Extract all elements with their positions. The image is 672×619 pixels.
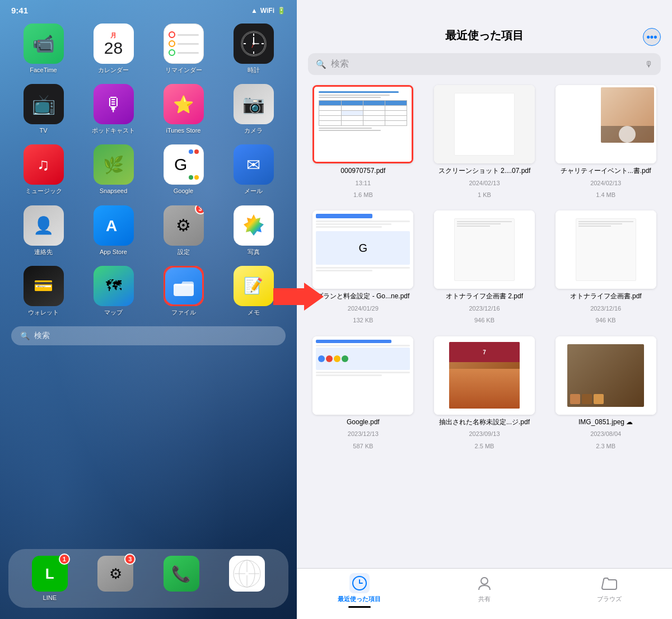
file-meta-5: 2023/12/16 bbox=[469, 304, 500, 313]
app-label-camera: カメラ bbox=[244, 127, 263, 134]
app-google[interactable]: G Google bbox=[151, 144, 216, 195]
status-time: 9:41 bbox=[11, 6, 28, 15]
svg-marker-20 bbox=[273, 283, 324, 311]
file-item-2[interactable]: スクリーンショット 2....07.pdf 2024/02/13 1 KB bbox=[430, 85, 540, 199]
settings-badge: 3 bbox=[195, 205, 204, 214]
files-menu-button[interactable]: ••• bbox=[643, 28, 661, 46]
file-thumb-3 bbox=[556, 85, 656, 163]
files-header: 最近使った項目 ••• bbox=[297, 0, 672, 49]
app-label-appstore: App Store bbox=[100, 248, 127, 256]
search-placeholder: 検索 bbox=[331, 58, 349, 70]
file-meta-7: 2023/12/13 bbox=[348, 430, 379, 438]
dock-line[interactable]: L 1 LINE bbox=[32, 556, 68, 601]
file-size-9: 2.3 MB bbox=[596, 442, 615, 451]
app-label-files: ファイル bbox=[171, 309, 196, 316]
file-item-3[interactable]: チャリティーイベント...書.pdf 2024/02/13 1.4 MB bbox=[550, 85, 661, 199]
tab-browse-label: ブラウズ bbox=[597, 595, 622, 603]
app-facetime[interactable]: 📹 FaceTime bbox=[11, 24, 76, 74]
file-meta-2: 2024/02/13 bbox=[469, 179, 500, 187]
file-meta-3: 2024/02/13 bbox=[590, 179, 621, 187]
file-thumb-4: G bbox=[312, 210, 413, 289]
tab-shared[interactable]: 共有 bbox=[462, 573, 507, 608]
calendar-day: 28 bbox=[104, 40, 123, 57]
recents-icon bbox=[349, 573, 370, 593]
app-label-clock: 時計 bbox=[248, 67, 260, 74]
file-meta-8: 2023/09/13 bbox=[469, 430, 500, 438]
file-item-6[interactable]: オトナライフ企画書.pdf 2023/12/16 946 KB bbox=[550, 210, 661, 325]
tab-recents-label: 最近使った項目 bbox=[338, 595, 381, 603]
dock-settings[interactable]: ⚙ 3 bbox=[97, 556, 133, 601]
svg-text:A: A bbox=[106, 217, 117, 235]
file-item-7[interactable]: Google.pdf 2023/12/13 587 KB bbox=[308, 336, 418, 451]
app-calendar[interactable]: 月 28 カレンダー bbox=[81, 24, 146, 74]
app-clock[interactable]: 時計 bbox=[221, 24, 286, 74]
file-size-5: 946 KB bbox=[474, 316, 494, 325]
app-maps[interactable]: 🗺 マップ bbox=[81, 266, 146, 316]
file-item-1[interactable]: 000970757.pdf 13:11 1.6 MB bbox=[308, 85, 418, 199]
svg-point-9 bbox=[253, 43, 255, 45]
app-label-calendar: カレンダー bbox=[98, 67, 129, 74]
app-tv[interactable]: 📺 TV bbox=[11, 84, 76, 134]
iphone-home-screen: 9:41 ▲WiFi🔋 📹 FaceTime 月 28 カレンダー bbox=[0, 0, 297, 619]
app-label-snapseed: Snapseed bbox=[100, 187, 128, 195]
dock-settings-badge: 3 bbox=[124, 554, 136, 565]
file-size-1: 1.6 MB bbox=[353, 191, 373, 199]
line-badge: 1 bbox=[59, 554, 70, 565]
dock-safari[interactable] bbox=[229, 556, 265, 601]
file-item-4[interactable]: G プランと料金設定 - Go...ne.pdf 2024/01/29 132 … bbox=[308, 210, 418, 325]
file-size-8: 2.5 MB bbox=[475, 442, 494, 451]
app-music[interactable]: ♫ ミュージック bbox=[11, 144, 76, 195]
app-files[interactable]: ファイル bbox=[151, 266, 216, 316]
file-meta-9: 2023/08/04 bbox=[590, 430, 621, 438]
browse-icon bbox=[599, 573, 619, 593]
file-thumb-1 bbox=[312, 85, 413, 163]
file-item-5[interactable]: オトナライフ企画書 2.pdf 2023/12/16 946 KB bbox=[430, 210, 540, 325]
file-thumb-7 bbox=[312, 336, 413, 415]
file-item-8[interactable]: 7 抽出された名称未設定...ジ.pdf 2023/09/13 2.5 MB bbox=[430, 336, 540, 451]
file-name-6: オトナライフ企画書.pdf bbox=[570, 292, 642, 301]
file-size-3: 1.4 MB bbox=[596, 191, 615, 199]
file-size-6: 946 KB bbox=[596, 316, 616, 325]
file-meta-4: 2024/01/29 bbox=[348, 304, 379, 313]
file-name-2: スクリーンショット 2....07.pdf bbox=[438, 167, 531, 176]
app-photos[interactable]: 写真 bbox=[221, 205, 286, 256]
home-search-bar[interactable]: 🔍 検索 bbox=[11, 326, 286, 345]
app-label-podcasts: ポッドキャスト bbox=[92, 127, 135, 134]
search-magnify-icon: 🔍 bbox=[316, 59, 326, 69]
app-label-notes: メモ bbox=[248, 309, 260, 316]
app-camera[interactable]: 📷 カメラ bbox=[221, 84, 286, 134]
app-contacts[interactable]: 👤 連絡先 bbox=[11, 205, 76, 256]
app-grid: 📹 FaceTime 月 28 カレンダー bbox=[0, 18, 297, 322]
app-itunes[interactable]: ⭐ iTunes Store bbox=[151, 84, 216, 134]
svg-text:G: G bbox=[174, 155, 187, 173]
app-label-maps: マップ bbox=[104, 309, 123, 316]
files-search-bar[interactable]: 🔍 検索 🎙 bbox=[308, 53, 661, 75]
tab-active-indicator bbox=[348, 606, 371, 608]
file-thumb-6 bbox=[556, 210, 656, 289]
svg-point-24 bbox=[481, 578, 488, 584]
app-label-wallet: ウォレット bbox=[28, 309, 59, 316]
file-name-8: 抽出された名称未設定...ジ.pdf bbox=[439, 418, 530, 427]
tab-recents[interactable]: 最近使った項目 bbox=[337, 573, 382, 608]
app-appstore[interactable]: A App Store bbox=[81, 205, 146, 256]
app-settings[interactable]: ⚙ 3 設定 bbox=[151, 205, 216, 256]
app-mail[interactable]: ✉ メール bbox=[221, 144, 286, 195]
dock-phone[interactable]: 📞 bbox=[164, 556, 199, 601]
app-reminders[interactable]: リマインダー bbox=[151, 24, 216, 74]
app-podcasts[interactable]: 🎙 ポッドキャスト bbox=[81, 84, 146, 134]
app-label-tv: TV bbox=[39, 127, 47, 134]
file-item-9[interactable]: IMG_0851.jpeg ☁ 2023/08/04 2.3 MB bbox=[550, 336, 661, 451]
file-thumb-9 bbox=[556, 336, 656, 415]
files-tabbar: 最近使った項目 共有 ブラウズ bbox=[297, 568, 672, 619]
app-wallet[interactable]: 💳 ウォレット bbox=[11, 266, 76, 316]
dock-line-label: LINE bbox=[43, 594, 57, 601]
file-meta-1: 13:11 bbox=[356, 179, 371, 187]
app-snapseed[interactable]: 🌿 Snapseed bbox=[81, 144, 146, 195]
tab-browse[interactable]: ブラウズ bbox=[587, 573, 632, 608]
app-label-google: Google bbox=[174, 187, 193, 195]
file-thumb-5 bbox=[434, 210, 535, 289]
app-label-photos: 写真 bbox=[248, 248, 260, 256]
file-name-9: IMG_0851.jpeg ☁ bbox=[578, 418, 633, 427]
file-thumb-2 bbox=[434, 85, 535, 163]
app-label-mail: メール bbox=[244, 187, 263, 195]
